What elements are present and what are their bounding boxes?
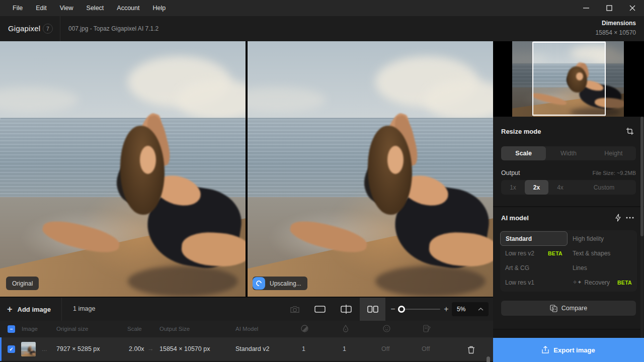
scale-1x-button[interactable]: 1x bbox=[501, 180, 525, 195]
row-color-value[interactable]: Off bbox=[422, 345, 430, 352]
minimize-icon bbox=[583, 5, 589, 11]
delete-image-button[interactable] bbox=[466, 344, 476, 355]
scale-options: 1x 2x 4x Custom bbox=[501, 180, 636, 195]
row-ai-model[interactable]: Standard v2 bbox=[235, 345, 269, 352]
beta-badge: BETA bbox=[548, 250, 562, 256]
file-size-estimate: File Size: ~9.2MB bbox=[592, 170, 636, 176]
face-recovery-column-icon bbox=[383, 325, 390, 332]
model-art-cg[interactable]: Art & CG bbox=[500, 260, 568, 275]
select-all-checkbox[interactable]: – bbox=[8, 325, 15, 333]
side-by-side-view-button[interactable] bbox=[360, 298, 385, 321]
file-row[interactable]: ✓ ... 7927 × 5285 px 2.00x → 15854 × 105… bbox=[0, 337, 493, 361]
navigator-viewport-box[interactable] bbox=[532, 42, 606, 116]
beach-photo bbox=[21, 342, 36, 356]
maximize-icon bbox=[606, 5, 612, 11]
menu-view[interactable]: View bbox=[53, 0, 80, 16]
zoom-in-button[interactable]: + bbox=[442, 298, 451, 321]
beta-badge: BETA bbox=[617, 280, 632, 286]
dimensions-label: Dimensions bbox=[596, 20, 636, 27]
scale-custom-button[interactable]: Custom bbox=[572, 180, 636, 195]
selected-row-indicator bbox=[0, 337, 2, 361]
row-output-size: 15854 × 10570 px bbox=[159, 345, 210, 352]
zoom-level-control[interactable]: 5% bbox=[452, 302, 489, 316]
trash-icon bbox=[467, 345, 475, 354]
menu-help[interactable]: Help bbox=[146, 0, 173, 16]
menu-edit[interactable]: Edit bbox=[29, 0, 53, 16]
resize-mode-tabs: Scale Width Height bbox=[501, 146, 636, 160]
crop-icon[interactable] bbox=[624, 126, 636, 136]
navigator-dim-left bbox=[512, 41, 533, 117]
beach-photo bbox=[248, 41, 493, 297]
compare-button[interactable]: Compare bbox=[501, 301, 636, 316]
original-badge-label: Original bbox=[12, 280, 33, 287]
row-denoise-value[interactable]: 1 bbox=[343, 345, 346, 352]
navigator-dim-right bbox=[605, 41, 624, 117]
ai-model-title: AI model bbox=[501, 214, 612, 222]
model-low-res-v1[interactable]: Low res v1 bbox=[500, 275, 568, 290]
upscaling-badge-label: Upscaling... bbox=[270, 280, 301, 287]
row-ellipsis: ... bbox=[42, 345, 47, 352]
maximize-button[interactable] bbox=[598, 0, 621, 16]
model-standard[interactable]: Standard bbox=[500, 231, 568, 246]
more-options-icon[interactable] bbox=[624, 213, 636, 223]
model-high-fidelity[interactable]: High fidelity bbox=[568, 231, 637, 246]
zoom-out-button[interactable]: − bbox=[388, 298, 397, 321]
original-badge: Original bbox=[6, 277, 39, 290]
tab-height[interactable]: Height bbox=[591, 146, 636, 160]
row-face-recovery-value[interactable]: Off bbox=[381, 345, 389, 352]
compare-icon bbox=[550, 305, 557, 312]
file-list-header: – Image Original size Scale Output Size … bbox=[0, 321, 493, 337]
preview-canvas[interactable]: Original Upscaling... bbox=[0, 41, 493, 297]
menu-account[interactable]: Account bbox=[110, 0, 146, 16]
dimensions-value: 15854 × 10570 bbox=[596, 29, 636, 36]
row-original-size: 7927 × 5285 px bbox=[56, 345, 100, 352]
model-low-res-v2[interactable]: Low res v2BETA bbox=[500, 246, 568, 260]
split-view-button[interactable] bbox=[338, 298, 354, 321]
snapshot-camera-button[interactable] bbox=[289, 298, 301, 321]
bottom-toolbar: + Add image 1 image − + 5% bbox=[0, 298, 493, 321]
header-image: Image bbox=[22, 326, 38, 332]
beach-photo bbox=[0, 41, 246, 297]
menu-bar: File Edit View Select Account Help bbox=[0, 0, 644, 16]
navigator-preview[interactable] bbox=[493, 41, 644, 117]
row-scale[interactable]: 2.00x bbox=[129, 345, 144, 352]
arrow-right-icon: → bbox=[147, 345, 154, 352]
header-output-size: Output Size bbox=[159, 326, 190, 332]
color-column-icon bbox=[423, 325, 431, 332]
compare-label: Compare bbox=[561, 305, 587, 312]
header-original-size: Original size bbox=[56, 326, 88, 332]
lightning-icon[interactable] bbox=[612, 213, 624, 223]
row-checkbox[interactable]: ✓ bbox=[8, 345, 15, 353]
sidebar-scrollbar-thumb[interactable] bbox=[640, 117, 643, 236]
model-lines[interactable]: Lines bbox=[568, 260, 637, 275]
menu-select[interactable]: Select bbox=[80, 0, 111, 16]
chevron-up-icon bbox=[478, 308, 484, 311]
single-view-button[interactable] bbox=[312, 298, 328, 321]
tab-scale[interactable]: Scale bbox=[501, 146, 546, 160]
add-image-button[interactable]: + Add image bbox=[7, 298, 51, 321]
export-label: Export image bbox=[553, 346, 595, 354]
model-recovery[interactable]: ✧✦RecoveryBETA bbox=[568, 275, 637, 290]
close-icon bbox=[629, 5, 635, 11]
upscaling-badge: Upscaling... bbox=[253, 277, 307, 290]
model-text-shapes[interactable]: Text & shapes bbox=[568, 246, 637, 260]
split-view-icon bbox=[340, 305, 352, 314]
upscaled-pane[interactable]: Upscaling... bbox=[248, 41, 493, 297]
zoom-level-value: 5% bbox=[457, 306, 478, 313]
original-pane[interactable]: Original bbox=[0, 41, 246, 297]
scale-2x-button[interactable]: 2x bbox=[525, 180, 548, 195]
file-list-scrollbar-thumb[interactable] bbox=[487, 356, 490, 362]
menu-file[interactable]: File bbox=[6, 0, 29, 16]
add-image-label: Add image bbox=[18, 306, 51, 313]
close-button[interactable] bbox=[621, 0, 644, 16]
zoom-slider-knob[interactable] bbox=[398, 306, 405, 313]
row-sharpen-value[interactable]: 1 bbox=[302, 345, 305, 352]
scale-4x-button[interactable]: 4x bbox=[548, 180, 572, 195]
divider bbox=[60, 16, 60, 41]
spacer bbox=[493, 329, 644, 338]
zoom-slider[interactable] bbox=[398, 309, 440, 310]
export-icon bbox=[542, 346, 549, 354]
tab-width[interactable]: Width bbox=[546, 146, 591, 160]
minimize-button[interactable] bbox=[575, 0, 598, 16]
export-image-button[interactable]: Export image bbox=[493, 338, 644, 362]
